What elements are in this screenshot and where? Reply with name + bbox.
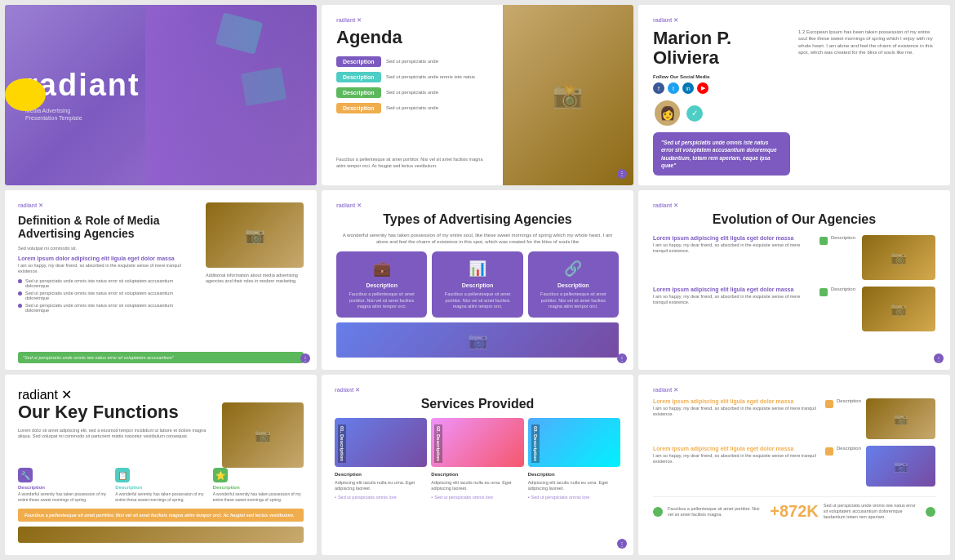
agenda-pill-1: Description <box>336 56 381 67</box>
evol2-text-2: I am so happy, my dear friend, so absorb… <box>653 453 820 464</box>
key-item-1: 🔧 Description A wonderful serenity has t… <box>18 468 109 502</box>
card-title-3: Description <box>557 282 589 288</box>
card-3: 🔗 Description Faucibus a pellentesque si… <box>528 251 619 317</box>
dot-menu[interactable]: ⋮ <box>934 353 944 363</box>
dot-menu[interactable]: ⋮ <box>617 353 627 363</box>
key-photo: 📷 <box>222 402 304 468</box>
slide-cover: radiant Media Advertising Presentation T… <box>5 5 317 185</box>
card-icon-1: 💼 <box>373 260 391 278</box>
stat-footnote: Faucibus a pellentesque sit amet porttit… <box>668 506 765 518</box>
key-item-title-2: Description <box>115 485 206 490</box>
evol-photo-1: 📷 <box>862 235 935 280</box>
svc-desc-text-3: Adipiscing elit iaculis nulla eu urna. E… <box>528 480 620 491</box>
types-title: Types of Advertising Agencies <box>336 212 619 227</box>
evol-badge-label-1: Description <box>831 235 855 240</box>
svc-desc-title-3: Description <box>528 472 620 478</box>
logo-small: radiant ✕ <box>18 387 304 402</box>
key-item-desc-2: A wonderful serenity has taken possessio… <box>115 491 206 502</box>
evol2-badge-label-1: Description <box>837 398 861 403</box>
evol2-item-1: Lorem ipsum adipiscing elit ligula eget … <box>653 398 935 439</box>
linkedin-icon[interactable]: in <box>682 82 694 94</box>
key-quote: Faucibus a pellentesque sit amet porttit… <box>18 509 304 522</box>
logo-small: radiant ✕ <box>335 387 620 393</box>
slide-agenda: radiant ✕ Agenda Description Sed ut pers… <box>322 5 633 185</box>
social-label: Follow Our Social Media <box>653 74 790 79</box>
evol2-text-1: I am so happy, my dear friend, so absorb… <box>653 406 820 417</box>
key-item-2: 📋 Description A wonderful serenity has t… <box>115 468 206 502</box>
bullet-dot <box>18 279 22 283</box>
quote-bottom: "Sed ut perspiciatis unde omnis iste nat… <box>18 352 304 363</box>
card-icon-2: 📊 <box>469 260 486 278</box>
key-item-desc-1: A wonderful serenity has taken possessio… <box>18 491 109 502</box>
slide-services: radiant ✕ Services Provided 01. Descript… <box>322 375 633 555</box>
agenda-desc-3: Sed ut perspiciatis unde <box>386 90 438 96</box>
types-desc: A wonderful serenity has taken possessio… <box>336 232 619 246</box>
key-icon-2: 📋 <box>115 468 130 482</box>
logo-small: radiant ✕ <box>653 202 935 209</box>
key-icon-3: ⭐ <box>213 468 228 482</box>
svc-photo-2: 02. Description <box>431 418 523 467</box>
evol-title-2: Lorem ipsum adipiscing elit ligula eget … <box>653 287 813 292</box>
evol2-left-2: Lorem ipsum adipiscing elit ligula eget … <box>653 446 820 464</box>
slide-evolution: radiant ✕ Evolution of Our Agencies Lore… <box>638 190 950 371</box>
key-item-title-1: Description <box>18 485 109 490</box>
footnote-2: •Sed ut perspiciatis omnis lore <box>431 495 523 500</box>
svc-photo-3: 03. Description <box>528 418 620 467</box>
agenda-desc-4: Sed ut perspiciatis unde <box>386 105 438 112</box>
key-desc: Lorem dolci sit amet adipiscing elit, se… <box>18 428 215 440</box>
hero-image <box>145 5 317 185</box>
slide-key-functions: radiant ✕ Our Key Functions Lorem dolci … <box>5 375 317 555</box>
bullet-dot <box>18 291 22 296</box>
dot-menu[interactable]: ⋮ <box>617 539 627 549</box>
evol2-photo-2: 📷 <box>866 446 935 487</box>
agenda-item-3: Description Sed ut perspiciatis unde <box>336 87 483 98</box>
card-title-1: Description <box>366 282 398 288</box>
evol-text-2: I am so happy, my dear friend, so absorb… <box>653 294 813 305</box>
footnote-3: •Sed ut perspiciatis omnis lore <box>528 495 620 500</box>
svc-desc-3: Description Adipiscing elit iaculis null… <box>528 472 620 491</box>
facebook-icon[interactable]: f <box>653 82 664 94</box>
slide-definition: radiant ✕ Definition & Role of Media Adv… <box>5 190 317 371</box>
stat-desc: Sed ut perspiciatis unde omnis iste natu… <box>824 503 921 520</box>
agenda-item-1: Description Sed ut perspiciatis unde <box>336 56 483 67</box>
svc-label-3: 03. Description <box>531 424 540 463</box>
card-1: 💼 Description Faucibus a pellentesque si… <box>336 251 427 317</box>
card-desc-2: Faucibus a pellentesque sit amet porttit… <box>438 291 516 309</box>
svc-label-1: 01. Description <box>338 424 346 463</box>
key-item-desc-3: A wonderful serenity has taken possessio… <box>213 491 304 502</box>
check-icon: ✓ <box>686 105 703 122</box>
youtube-icon[interactable]: ▶ <box>697 82 708 94</box>
evol-left-2: Lorem ipsum adipiscing elit ligula eget … <box>653 287 813 305</box>
agenda-desc-2: Sed ut perspiciatis unde omnis iste natu… <box>386 74 475 81</box>
svc-desc-title-1: Description <box>335 472 427 478</box>
agenda-item-4: Description Sed ut perspiciatis unde <box>336 103 483 113</box>
svc-desc-1: Description Adipiscing elit iaculis null… <box>335 472 427 491</box>
key-item-title-3: Description <box>213 485 304 490</box>
dot-menu[interactable]: ⋮ <box>300 353 310 363</box>
footnote-1: •Sed ut perspiciatis omnis lore <box>335 495 427 500</box>
stat-row: Faucibus a pellentesque sit amet porttit… <box>653 496 935 521</box>
evol-item-1: Lorem ipsum adipiscing elit ligula eget … <box>653 235 935 280</box>
svc-desc-text-2: Adipiscing elit iaculis nulla eu urna. E… <box>431 480 523 491</box>
card-2: 📊 Description Faucibus a pellentesque si… <box>432 251 522 317</box>
key-icons-row: 🔧 Description A wonderful serenity has t… <box>18 468 304 502</box>
definition-right: 📷 Additional information about media adv… <box>206 202 304 358</box>
twitter-icon[interactable]: t <box>668 82 679 94</box>
agenda-photo <box>503 5 633 185</box>
dot-menu[interactable]: ⋮ <box>617 169 627 179</box>
card-icon-3: 🔗 <box>564 260 582 278</box>
services-footnotes: •Sed ut perspiciatis omnis lore •Sed ut … <box>335 495 620 500</box>
ipsum-text: I am so happy, my dear friend, so absorb… <box>18 263 198 274</box>
ipsum-title: Lorem ipsum dolor adipiscing elit ligula… <box>18 256 198 261</box>
def-photo: 📷 <box>206 202 304 268</box>
card-desc-1: Faucibus a pellentesque sit amet porttit… <box>343 291 420 309</box>
evol2-badge-label-2: Description <box>837 446 861 451</box>
evol2-badge-2 <box>825 447 833 456</box>
slide-evolution-2: radiant ✕ Lorem ipsum adipiscing elit li… <box>638 375 950 555</box>
svc-label-2: 02. Description <box>434 424 442 463</box>
evol-badge-1 <box>820 237 828 245</box>
svc-desc-text-1: Adipiscing elit iaculis nulla eu urna. E… <box>335 480 427 491</box>
bullet-2: Sed ut perspiciatis unde omnis iste natu… <box>18 291 198 300</box>
svc-desc-title-2: Description <box>431 472 523 478</box>
agenda-footnote: Faucibus a pellentesque sit amet porttit… <box>336 157 484 168</box>
